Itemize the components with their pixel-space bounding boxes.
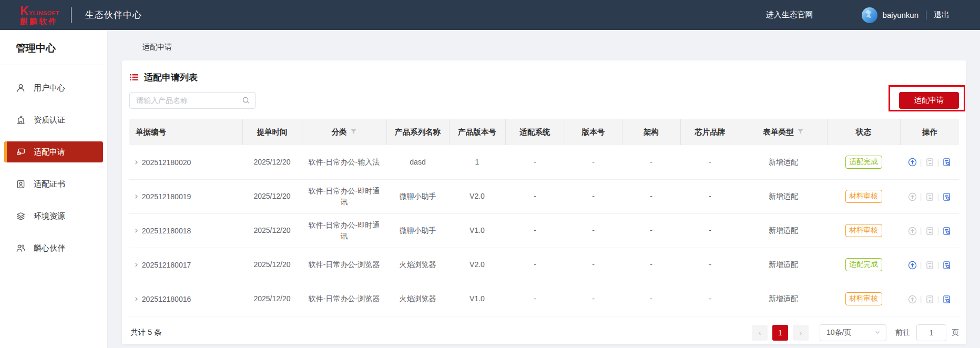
pagination: ‹ 1 › 10条/页 前往 页 [752, 324, 959, 341]
column-header-label: 表单类型 [763, 128, 794, 136]
column-header-11: 状态 [827, 119, 900, 145]
cell-target_os: - [505, 145, 565, 179]
sidebar-item-linxin-partners[interactable]: 麟心伙伴 [4, 238, 103, 259]
view-detail-icon[interactable] [942, 158, 951, 167]
cell-status: 材料审核 [827, 282, 900, 316]
cell-target_os: - [505, 282, 565, 316]
table-row: ›2025121800182025/12/20软件-日常办公-即时通讯微聊小助手… [129, 213, 959, 248]
main-content: 适配申请 适配申请列表 适配申请 [108, 30, 980, 348]
page-suffix-label: 页 [952, 328, 959, 337]
row-expand-icon[interactable]: › [135, 293, 138, 304]
action-separator: | [920, 192, 922, 201]
table-header-row: 单据编号提单时间分类产品系列名称产品版本号适配系统版本号架构芯片品牌表单类型状态… [129, 119, 959, 145]
column-header-label: 分类 [332, 128, 347, 136]
search-input[interactable] [129, 92, 256, 109]
cell-order_no: ›202512180020 [129, 145, 242, 179]
table-row: ›2025121800192025/12/20软件-日常办公-即时通讯微聊小助手… [129, 179, 959, 213]
sidebar-item-user-center[interactable]: 用户中心 [4, 77, 103, 98]
cell-form_type: 新增适配 [740, 282, 827, 316]
portal-title: 生态伙伴中心 [85, 9, 142, 21]
search-icon[interactable] [242, 96, 250, 106]
layers-icon [16, 211, 26, 221]
column-header-label: 产品系列名称 [395, 128, 441, 136]
chevron-down-icon [874, 329, 881, 337]
table-body: ›2025121800202025/12/20软件-日常办公-输入法dasd1-… [129, 145, 959, 316]
certification-icon [16, 115, 26, 125]
cell-series_name: 火焰浏览器 [386, 248, 449, 282]
sidebar-item-label: 资质认证 [34, 115, 65, 125]
prev-page-button[interactable]: ‹ [752, 325, 768, 341]
table-row: ›2025121800202025/12/20软件-日常办公-输入法dasd1-… [129, 145, 959, 179]
cell-os_version: - [565, 248, 622, 282]
order-number: 202512180016 [142, 295, 191, 303]
kylinsoft-logo[interactable]: KYLINSOFT 麒麟软件 [20, 5, 59, 26]
cell-form_type: 新增适配 [740, 213, 827, 248]
withdraw-icon [925, 227, 934, 236]
cell-submit_date: 2025/12/20 [242, 248, 302, 282]
cell-target_os: - [505, 213, 565, 248]
sidebar-item-adaptation-certificate[interactable]: 适配证书 [4, 173, 103, 195]
apply-adaptation-button[interactable]: 适配申请 [899, 92, 959, 109]
topbar-divider [71, 7, 72, 23]
cell-status: 材料审核 [827, 213, 900, 248]
column-header-label: 芯片品牌 [695, 128, 726, 136]
cell-product_version: 1 [449, 145, 505, 179]
upload-circle-icon[interactable] [908, 158, 917, 167]
table-row: ›2025121800172025/12/20软件-日常办公-浏览器火焰浏览器V… [129, 248, 959, 282]
sidebar-item-environment-resources[interactable]: 环境资源 [4, 206, 103, 227]
cell-order_no: ›202512180019 [129, 179, 242, 213]
adaptation-table: 单据编号提单时间分类产品系列名称产品版本号适配系统版本号架构芯片品牌表单类型状态… [129, 119, 959, 316]
cell-arch: - [622, 282, 680, 316]
username-divider [926, 11, 926, 19]
column-header-label: 产品版本号 [458, 128, 496, 136]
column-header-7: 版本号 [565, 119, 622, 145]
status-badge: 材料审核 [845, 292, 882, 305]
row-expand-icon[interactable]: › [135, 191, 138, 201]
logo-text-cn: 麒麟软件 [20, 17, 59, 26]
page-1-button[interactable]: 1 [772, 325, 788, 341]
cell-arch: - [622, 145, 680, 179]
cell-actions: || [900, 179, 959, 213]
column-header-12: 操作 [900, 119, 959, 145]
view-detail-icon[interactable] [942, 295, 951, 304]
page-size-select[interactable]: 10条/页 [820, 324, 886, 341]
sidebar-item-adaptation-request[interactable]: 适配申请 [4, 141, 103, 162]
sidebar: 管理中心 用户中心资质认证适配申请适配证书环境资源麟心伙伴 [0, 30, 108, 348]
cell-category: 软件-日常办公-输入法 [302, 145, 386, 179]
user-avatar[interactable] [862, 7, 877, 23]
next-page-button[interactable]: › [793, 325, 809, 341]
cell-category: 软件-日常办公-即时通讯 [302, 213, 386, 248]
sidebar-item-label: 适配证书 [34, 179, 65, 189]
cell-form_type: 新增适配 [740, 145, 827, 179]
logout-link[interactable]: 退出 [934, 10, 950, 20]
row-expand-icon[interactable]: › [135, 225, 138, 236]
official-site-link[interactable]: 进入生态官网 [766, 10, 813, 20]
view-detail-icon[interactable] [942, 261, 951, 270]
action-separator: | [920, 227, 922, 235]
column-header-label: 提单时间 [257, 128, 288, 136]
column-header-9: 芯片品牌 [680, 119, 740, 145]
row-expand-icon[interactable]: › [135, 157, 138, 167]
cell-series_name: 微聊小助手 [386, 179, 449, 213]
table-row: ›2025121800162025/12/20软件-日常办公-浏览器火焰浏览器V… [129, 282, 959, 316]
filter-icon[interactable] [350, 128, 357, 137]
action-separator: | [920, 295, 922, 303]
column-header-1: 单据编号 [129, 119, 242, 145]
product-search-box [129, 92, 256, 109]
cell-status: 适配完成 [827, 248, 900, 282]
view-detail-icon[interactable] [942, 227, 951, 236]
column-header-10: 表单类型 [740, 119, 827, 145]
view-detail-icon[interactable] [942, 192, 951, 201]
username[interactable]: baiyunkun [883, 11, 918, 19]
goto-page-input[interactable] [916, 324, 946, 341]
column-header-6: 适配系统 [505, 119, 565, 145]
upload-circle-icon [908, 227, 917, 236]
upload-circle-icon[interactable] [908, 261, 917, 270]
cell-category: 软件-日常办公-即时通讯 [302, 179, 386, 213]
filter-icon[interactable] [797, 128, 804, 137]
row-expand-icon[interactable]: › [135, 259, 138, 270]
status-badge: 材料审核 [845, 190, 882, 203]
sidebar-item-qualification[interactable]: 资质认证 [4, 109, 103, 130]
cell-chip_brand: - [680, 179, 740, 213]
user-icon [16, 83, 26, 93]
